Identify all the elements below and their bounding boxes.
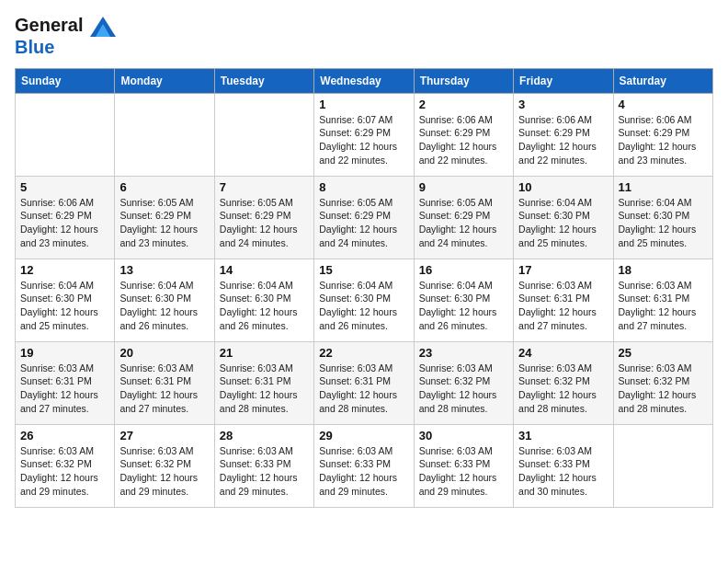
day-info: Sunrise: 6:04 AM Sunset: 6:30 PM Dayligh… xyxy=(220,279,309,333)
calendar-day-14: 14Sunrise: 6:04 AM Sunset: 6:30 PM Dayli… xyxy=(214,259,313,341)
calendar-table: SundayMondayTuesdayWednesdayThursdayFrid… xyxy=(15,68,713,508)
day-info: Sunrise: 6:07 AM Sunset: 6:29 PM Dayligh… xyxy=(319,113,408,167)
day-number: 31 xyxy=(518,429,608,442)
day-info: Sunrise: 6:03 AM Sunset: 6:31 PM Dayligh… xyxy=(119,362,209,416)
day-info: Sunrise: 6:05 AM Sunset: 6:29 PM Dayligh… xyxy=(220,196,309,250)
day-number: 12 xyxy=(20,263,109,277)
day-number: 10 xyxy=(518,180,608,194)
calendar-day-17: 17Sunrise: 6:03 AM Sunset: 6:31 PM Dayli… xyxy=(514,259,613,341)
calendar-week-1: 1Sunrise: 6:07 AM Sunset: 6:29 PM Daylig… xyxy=(16,93,713,176)
calendar-day-3: 3Sunrise: 6:06 AM Sunset: 6:29 PM Daylig… xyxy=(514,93,613,176)
calendar-week-3: 12Sunrise: 6:04 AM Sunset: 6:30 PM Dayli… xyxy=(16,259,713,341)
day-number: 17 xyxy=(518,263,608,277)
empty-cell xyxy=(613,424,712,507)
day-info: Sunrise: 6:03 AM Sunset: 6:32 PM Dayligh… xyxy=(119,444,209,499)
calendar-day-23: 23Sunrise: 6:03 AM Sunset: 6:32 PM Dayli… xyxy=(414,341,513,424)
day-info: Sunrise: 6:03 AM Sunset: 6:32 PM Dayligh… xyxy=(518,362,608,416)
day-info: Sunrise: 6:05 AM Sunset: 6:29 PM Dayligh… xyxy=(419,196,508,250)
calendar-day-19: 19Sunrise: 6:03 AM Sunset: 6:31 PM Dayli… xyxy=(16,341,115,424)
header-monday: Monday xyxy=(115,68,214,93)
day-info: Sunrise: 6:05 AM Sunset: 6:29 PM Dayligh… xyxy=(319,196,408,250)
day-info: Sunrise: 6:06 AM Sunset: 6:29 PM Dayligh… xyxy=(518,113,608,167)
day-number: 16 xyxy=(419,263,508,277)
calendar-day-11: 11Sunrise: 6:04 AM Sunset: 6:30 PM Dayli… xyxy=(613,176,712,259)
day-number: 11 xyxy=(619,180,708,194)
calendar-day-2: 2Sunrise: 6:06 AM Sunset: 6:29 PM Daylig… xyxy=(414,93,513,176)
logo-text: General Blue xyxy=(15,15,116,57)
header-saturday: Saturday xyxy=(613,68,712,93)
empty-cell xyxy=(16,93,115,176)
day-number: 18 xyxy=(619,263,708,277)
calendar-day-4: 4Sunrise: 6:06 AM Sunset: 6:29 PM Daylig… xyxy=(613,93,712,176)
day-number: 15 xyxy=(319,263,408,277)
day-number: 22 xyxy=(319,346,408,360)
empty-cell xyxy=(214,93,313,176)
logo-icon xyxy=(90,17,116,37)
calendar-day-6: 6Sunrise: 6:05 AM Sunset: 6:29 PM Daylig… xyxy=(115,176,214,259)
calendar-day-1: 1Sunrise: 6:07 AM Sunset: 6:29 PM Daylig… xyxy=(314,93,414,176)
calendar-day-8: 8Sunrise: 6:05 AM Sunset: 6:29 PM Daylig… xyxy=(314,176,414,259)
day-info: Sunrise: 6:05 AM Sunset: 6:29 PM Dayligh… xyxy=(119,196,209,250)
day-info: Sunrise: 6:03 AM Sunset: 6:33 PM Dayligh… xyxy=(518,444,608,499)
day-info: Sunrise: 6:03 AM Sunset: 6:33 PM Dayligh… xyxy=(220,444,309,499)
header-friday: Friday xyxy=(514,68,613,93)
day-number: 30 xyxy=(419,429,508,442)
day-number: 29 xyxy=(319,429,408,442)
day-number: 7 xyxy=(220,180,309,194)
calendar-day-10: 10Sunrise: 6:04 AM Sunset: 6:30 PM Dayli… xyxy=(514,176,613,259)
day-info: Sunrise: 6:03 AM Sunset: 6:31 PM Dayligh… xyxy=(619,279,708,333)
day-number: 9 xyxy=(419,180,508,194)
calendar-day-18: 18Sunrise: 6:03 AM Sunset: 6:31 PM Dayli… xyxy=(613,259,712,341)
header-tuesday: Tuesday xyxy=(214,68,313,93)
calendar-day-31: 31Sunrise: 6:03 AM Sunset: 6:33 PM Dayli… xyxy=(514,424,613,507)
day-number: 19 xyxy=(20,346,109,360)
logo-blue: Blue xyxy=(15,37,116,57)
day-info: Sunrise: 6:04 AM Sunset: 6:30 PM Dayligh… xyxy=(518,196,608,250)
calendar-day-25: 25Sunrise: 6:03 AM Sunset: 6:32 PM Dayli… xyxy=(613,341,712,424)
calendar-week-5: 26Sunrise: 6:03 AM Sunset: 6:32 PM Dayli… xyxy=(16,424,713,507)
day-number: 28 xyxy=(220,429,309,442)
calendar-day-26: 26Sunrise: 6:03 AM Sunset: 6:32 PM Dayli… xyxy=(16,424,115,507)
calendar-header-row: SundayMondayTuesdayWednesdayThursdayFrid… xyxy=(16,68,713,93)
day-info: Sunrise: 6:03 AM Sunset: 6:33 PM Dayligh… xyxy=(319,444,408,499)
day-number: 13 xyxy=(119,263,209,277)
calendar-day-28: 28Sunrise: 6:03 AM Sunset: 6:33 PM Dayli… xyxy=(214,424,313,507)
day-info: Sunrise: 6:03 AM Sunset: 6:32 PM Dayligh… xyxy=(419,362,508,416)
calendar-day-9: 9Sunrise: 6:05 AM Sunset: 6:29 PM Daylig… xyxy=(414,176,513,259)
day-number: 26 xyxy=(20,429,109,442)
day-info: Sunrise: 6:03 AM Sunset: 6:31 PM Dayligh… xyxy=(319,362,408,416)
day-info: Sunrise: 6:03 AM Sunset: 6:33 PM Dayligh… xyxy=(419,444,508,499)
calendar-day-12: 12Sunrise: 6:04 AM Sunset: 6:30 PM Dayli… xyxy=(16,259,115,341)
day-number: 2 xyxy=(419,98,508,111)
day-info: Sunrise: 6:03 AM Sunset: 6:31 PM Dayligh… xyxy=(220,362,309,416)
page-header: General Blue xyxy=(15,15,713,57)
logo: General Blue xyxy=(15,15,116,57)
header-sunday: Sunday xyxy=(16,68,115,93)
day-number: 6 xyxy=(119,180,209,194)
day-number: 27 xyxy=(119,429,209,442)
calendar-day-7: 7Sunrise: 6:05 AM Sunset: 6:29 PM Daylig… xyxy=(214,176,313,259)
day-info: Sunrise: 6:03 AM Sunset: 6:32 PM Dayligh… xyxy=(619,362,708,416)
day-info: Sunrise: 6:04 AM Sunset: 6:30 PM Dayligh… xyxy=(319,279,408,333)
calendar-day-24: 24Sunrise: 6:03 AM Sunset: 6:32 PM Dayli… xyxy=(514,341,613,424)
header-wednesday: Wednesday xyxy=(314,68,414,93)
day-info: Sunrise: 6:03 AM Sunset: 6:31 PM Dayligh… xyxy=(518,279,608,333)
calendar-day-22: 22Sunrise: 6:03 AM Sunset: 6:31 PM Dayli… xyxy=(314,341,414,424)
day-info: Sunrise: 6:06 AM Sunset: 6:29 PM Dayligh… xyxy=(419,113,508,167)
day-number: 24 xyxy=(518,346,608,360)
day-number: 4 xyxy=(619,98,708,111)
calendar-day-29: 29Sunrise: 6:03 AM Sunset: 6:33 PM Dayli… xyxy=(314,424,414,507)
day-number: 21 xyxy=(220,346,309,360)
day-info: Sunrise: 6:04 AM Sunset: 6:30 PM Dayligh… xyxy=(20,279,109,333)
day-info: Sunrise: 6:03 AM Sunset: 6:32 PM Dayligh… xyxy=(20,444,109,499)
day-number: 25 xyxy=(619,346,708,360)
calendar-day-30: 30Sunrise: 6:03 AM Sunset: 6:33 PM Dayli… xyxy=(414,424,513,507)
day-number: 23 xyxy=(419,346,508,360)
empty-cell xyxy=(115,93,214,176)
calendar-day-27: 27Sunrise: 6:03 AM Sunset: 6:32 PM Dayli… xyxy=(115,424,214,507)
day-info: Sunrise: 6:06 AM Sunset: 6:29 PM Dayligh… xyxy=(619,113,708,167)
header-thursday: Thursday xyxy=(414,68,513,93)
day-info: Sunrise: 6:04 AM Sunset: 6:30 PM Dayligh… xyxy=(619,196,708,250)
calendar-day-16: 16Sunrise: 6:04 AM Sunset: 6:30 PM Dayli… xyxy=(414,259,513,341)
calendar-week-4: 19Sunrise: 6:03 AM Sunset: 6:31 PM Dayli… xyxy=(16,341,713,424)
